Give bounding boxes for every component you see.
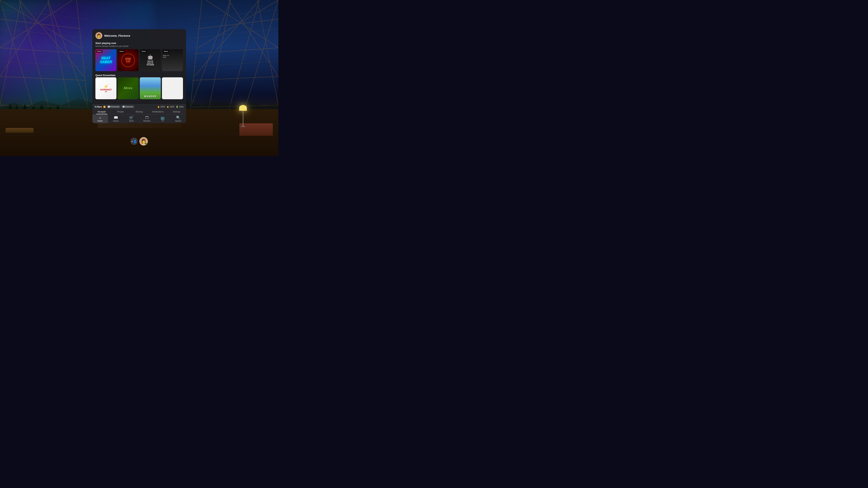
store-icon: 🛒 — [129, 116, 133, 119]
tab-navigate[interactable]: Navigate — [92, 109, 111, 114]
nav-browser[interactable]: 🗔 Browser — [139, 114, 155, 123]
battery-left-value: 100% — [160, 106, 165, 108]
tab-notifications[interactable]: Notifications — [149, 109, 167, 114]
header: 👩 Welcome, Florence — [95, 32, 183, 39]
online-status-dot — [145, 143, 147, 145]
battery-right-icon: ✋ — [167, 106, 169, 108]
demo-badge-journey: Demo — [119, 50, 125, 53]
stationary-label: Stationary — [125, 106, 133, 108]
bottom-nav: ⌂ Home 📖 Library 🛒 Store 🗔 Browser 📺 TV — [92, 114, 186, 123]
battery-right-value: 100% — [169, 106, 175, 108]
search-label: Search — [175, 120, 181, 122]
quest-essentials-section: Quest Essentials ⚡ SUPERHOT VR Moss — [95, 74, 183, 99]
lamp-base — [241, 126, 245, 127]
demo-badge-space-pirate: Demo — [141, 50, 147, 53]
game-card-rise[interactable]: Demo RISE TOTHE — [162, 49, 183, 71]
avatar-emoji: 👩 — [97, 33, 101, 38]
avatar[interactable]: 👩 — [95, 32, 102, 39]
wander-title: WANDER — [144, 95, 156, 98]
nav-tv[interactable]: 📺 TV — [155, 114, 170, 123]
library-label: Library — [113, 120, 119, 122]
tab-sharing[interactable]: Sharing — [130, 109, 149, 114]
home-label: Home — [97, 120, 103, 122]
demos-row: Demo BEATSABER Demo JOURNEYOF THEGODS — [95, 49, 183, 71]
quest-essentials-title: Quest Essentials — [95, 74, 183, 77]
status-right: 🖐 100% ✋ 100% 🔋 100% — [157, 106, 184, 108]
moss-title: Moss — [124, 86, 132, 90]
game-card-moss[interactable]: Moss — [118, 77, 138, 99]
tv-label: TV — [161, 120, 164, 122]
roomscale-label: Roomscale — [111, 106, 119, 108]
stationary-badge[interactable]: 🔄 Stationary — [121, 105, 134, 108]
battery-device-icon: 🔋 — [176, 106, 178, 108]
status-left: 9:25pm 📶 ⬜ Roomscale 🔄 Stationary — [95, 105, 134, 108]
game-card-beat-saber[interactable]: Demo BEATSABER — [95, 49, 117, 71]
main-panel: 👩 Welcome, Florence Start playing now De… — [92, 29, 186, 123]
add-friend-icon: +👤 — [131, 140, 137, 143]
wifi-icon: 📶 — [103, 106, 105, 108]
browser-icon: 🗔 — [145, 116, 149, 119]
lamp-pole — [243, 111, 243, 126]
game-card-placeholder[interactable] — [162, 77, 183, 99]
game-card-space-pirate[interactable]: Demo 🤖 SPACEPIRATETRAINER — [140, 49, 161, 71]
superhot-title: SUPERHOT — [100, 89, 112, 91]
robot-icon: 🤖 — [147, 54, 154, 60]
stationary-icon: 🔄 — [123, 106, 125, 108]
demo-badge-beat-saber: Demo — [96, 50, 102, 53]
tab-people[interactable]: People — [111, 109, 130, 114]
game-card-wander[interactable]: WANDER — [140, 77, 161, 99]
taskbar: 9:25pm 📶 ⬜ Roomscale 🔄 Stationary 🖐 100%… — [92, 104, 186, 123]
lamp — [241, 105, 245, 128]
space-pirate-title: SPACEPIRATETRAINER — [147, 60, 154, 66]
start-playing-section: Start playing now Demos already installe… — [95, 42, 183, 71]
roomscale-badge[interactable]: ⬜ Roomscale — [107, 105, 120, 108]
bottom-bar: +👤 👩 — [131, 137, 148, 146]
table — [5, 128, 33, 132]
home-icon: ⌂ — [99, 116, 101, 119]
user-avatar-bottom[interactable]: 👩 — [140, 137, 148, 146]
welcome-text: Welcome, Florence — [104, 34, 130, 37]
game-card-journey[interactable]: Demo JOURNEYOF THEGODS — [118, 49, 138, 71]
store-label: Store — [129, 120, 134, 122]
roomscale-icon: ⬜ — [108, 106, 110, 108]
start-playing-subtitle: Demos already installed on your Quest — [95, 45, 183, 47]
nav-store[interactable]: 🛒 Store — [124, 114, 139, 123]
nav-library[interactable]: 📖 Library — [108, 114, 124, 123]
nav-tabs: Navigate People Sharing Notifications Se… — [92, 109, 186, 114]
demo-badge-rise: Demo — [163, 50, 169, 53]
nav-search[interactable]: 🔍 Search — [170, 114, 186, 123]
battery-device: 🔋 100% — [176, 106, 184, 108]
essentials-row: ⚡ SUPERHOT VR Moss WANDER — [95, 77, 183, 99]
nav-home[interactable]: ⌂ Home — [92, 114, 108, 123]
lamp-shade — [239, 105, 247, 111]
library-icon: 📖 — [114, 116, 118, 119]
tv-icon: 📺 — [161, 116, 165, 119]
status-bar: 9:25pm 📶 ⬜ Roomscale 🔄 Stationary 🖐 100%… — [92, 104, 186, 109]
browser-label: Browser — [144, 120, 151, 122]
rise-subtitle: RISE TOTHE — [163, 55, 169, 58]
add-friend-button[interactable]: +👤 — [131, 138, 137, 145]
battery-left: 🖐 100% — [157, 106, 165, 108]
game-card-superhot[interactable]: ⚡ SUPERHOT VR — [95, 77, 117, 99]
battery-right: ✋ 100% — [167, 106, 175, 108]
start-playing-title: Start playing now — [95, 42, 183, 44]
battery-left-icon: 🖐 — [157, 106, 160, 108]
beat-saber-title: BEATSABER — [100, 56, 112, 64]
superhot-vr: VR — [105, 91, 107, 93]
superhot-figure: ⚡ — [104, 84, 108, 89]
battery-device-value: 100% — [179, 106, 184, 108]
user-avatar-emoji: 👩 — [141, 139, 146, 144]
status-time: 9:25pm — [95, 105, 102, 108]
search-icon: 🔍 — [176, 116, 180, 119]
content-area: 👩 Welcome, Florence Start playing now De… — [92, 29, 186, 104]
tab-settings[interactable]: Settings — [167, 109, 186, 114]
journey-circle: JOURNEYOF THEGODS — [121, 54, 135, 67]
